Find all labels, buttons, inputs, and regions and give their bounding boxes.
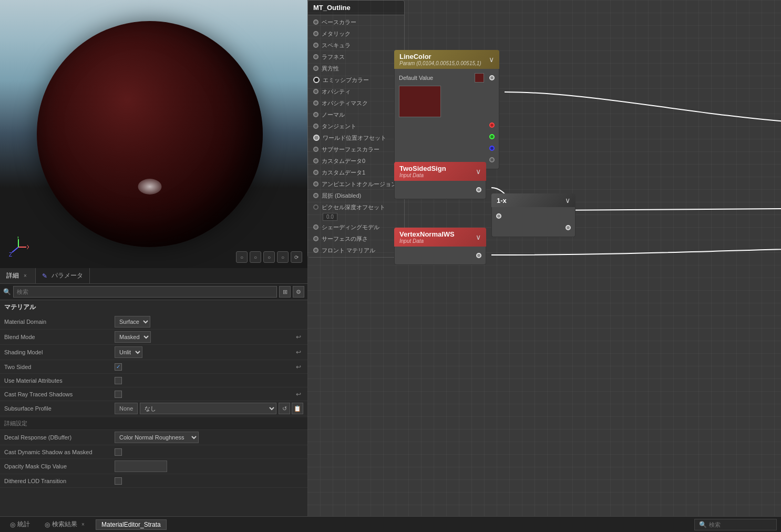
node-linecolor-port-a[interactable] — [489, 157, 495, 162]
prop-row-opacity-mask: Opacity Mask Clip Value 0.3333 — [0, 459, 307, 474]
viewport-btn-5[interactable]: ⟳ — [291, 251, 302, 263]
tab-details-close[interactable]: × — [22, 272, 29, 280]
node-twosidedsign-port-out[interactable] — [476, 187, 481, 192]
tab-details-label: 詳細 — [6, 271, 19, 280]
properties-panel: 詳細 × ✎ パラメータ 🔍 ⊞ ⚙ マテリアル — [0, 268, 307, 516]
search-settings-btn[interactable]: ⚙ — [293, 286, 304, 298]
decal-response-select[interactable]: Color Normal Roughness — [115, 432, 199, 443]
bottom-tab-material-editor[interactable]: MaterialEditor_Strata — [96, 519, 167, 530]
node-vertexnormal-header[interactable]: VertexNormalWS Input Data ∨ — [394, 228, 486, 247]
search-input[interactable] — [13, 286, 277, 298]
material-domain-select[interactable]: Surface — [115, 316, 150, 328]
node-oneminusx-body — [491, 207, 576, 237]
sphere-highlight — [138, 179, 162, 195]
bottom-tab-stats[interactable]: ◎ 統計 — [4, 518, 36, 530]
node-linecolor: LineColor Param (0,0104,0.00515,0.00515,… — [394, 50, 499, 169]
viewport: X Y Z ○ ○ ○ ○ ⟳ — [0, 0, 307, 268]
use-material-attrs-checkbox[interactable] — [115, 377, 122, 384]
stats-label: 統計 — [17, 520, 30, 529]
params-icon: ✎ — [42, 272, 47, 280]
svg-text:Y: Y — [16, 237, 20, 240]
node-linecolor-title: LineColor — [399, 53, 481, 60]
viewport-btn-4[interactable]: ○ — [277, 251, 289, 263]
node-twosidedsign-header[interactable]: TwoSidedSign Input Data ∨ — [394, 162, 486, 181]
dithered-lod-label: Dithered LOD Transition — [4, 478, 115, 484]
node-vertexnormal: VertexNormalWS Input Data ∨ — [394, 228, 486, 265]
blend-mode-reset[interactable]: ↩ — [294, 332, 303, 342]
blend-mode-select[interactable]: Masked — [115, 331, 151, 343]
node-vertexnormal-collapse[interactable]: ∨ — [476, 233, 481, 241]
prop-row-shading-model: Shading Model Unlit ↩ — [0, 345, 307, 360]
two-sided-reset[interactable]: ↩ — [294, 362, 303, 372]
use-material-attrs-value — [115, 377, 303, 384]
cast-ray-traced-reset[interactable]: ↩ — [294, 390, 303, 399]
node-linecolor-collapse[interactable]: ∨ — [489, 55, 494, 64]
node-vertexnormal-port-out[interactable] — [476, 253, 481, 258]
tab-params-label: パラメータ — [52, 271, 83, 280]
shading-model-select[interactable]: Unlit — [115, 346, 142, 358]
stats-icon: ◎ — [10, 521, 15, 528]
cast-dynamic-value — [115, 448, 303, 456]
two-sided-value — [115, 363, 294, 371]
use-material-attrs-label: Use Material Attributes — [4, 377, 115, 384]
node-twosidedsign: TwoSidedSign Input Data ∨ — [394, 162, 486, 199]
shading-model-value: Unlit — [115, 346, 294, 358]
node-oneminusx-port-in[interactable] — [496, 213, 501, 219]
dithered-lod-checkbox[interactable] — [115, 477, 122, 485]
search-results-close[interactable]: × — [79, 521, 87, 528]
subsurface-browse-btn[interactable]: 📋 — [292, 403, 303, 414]
sphere-preview — [37, 21, 263, 247]
node-oneminusx-port-out[interactable] — [566, 225, 571, 230]
decal-response-value: Color Normal Roughness — [115, 432, 303, 443]
node-editor: LineColor Param (0,0104,0.00515,0.00515,… — [307, 0, 781, 516]
viewport-btn-2[interactable]: ○ — [250, 251, 261, 263]
two-sided-checkbox[interactable] — [115, 363, 122, 371]
node-linecolor-title-area: LineColor Param (0,0104,0.00515,0.00515,… — [399, 53, 481, 66]
prop-row-blend-mode: Blend Mode Masked ↩ — [0, 330, 307, 345]
search-results-label: 検索結果 — [52, 520, 77, 529]
node-linecolor-color-swatch[interactable] — [475, 73, 484, 83]
node-linecolor-default-row: Default Value — [395, 72, 499, 84]
cast-ray-traced-checkbox[interactable] — [115, 391, 122, 398]
cast-dynamic-checkbox[interactable] — [115, 448, 122, 456]
viewport-btn-1[interactable]: ○ — [236, 251, 248, 263]
svg-text:X: X — [27, 244, 29, 250]
node-oneminusx-collapse[interactable]: ∨ — [565, 196, 570, 204]
shading-model-reset[interactable]: ↩ — [294, 347, 303, 357]
shading-model-label: Shading Model — [4, 349, 115, 355]
node-linecolor-port-out-main[interactable] — [489, 75, 495, 80]
node-linecolor-default-label: Default Value — [399, 75, 471, 81]
node-oneminusx-header[interactable]: 1-x ∨ — [491, 193, 576, 207]
node-oneminusx-port-in-row — [492, 210, 575, 222]
subsurface-dropdown[interactable]: なし — [140, 403, 276, 414]
node-twosidedsign-body — [394, 181, 486, 199]
prop-row-decal-response: Decal Response (DBuffer) Color Normal Ro… — [0, 430, 307, 445]
subsurface-refresh-btn[interactable]: ↺ — [279, 403, 290, 414]
node-vertexnormal-subtitle: Input Data — [399, 238, 455, 244]
cast-dynamic-label: Cast Dynamic Shadow as Masked — [4, 449, 115, 455]
detail-settings-header: 詳細設定 — [0, 417, 307, 430]
prop-row-cast-dynamic: Cast Dynamic Shadow as Masked — [0, 445, 307, 459]
subsurface-label: Subsurface Profile — [4, 405, 115, 412]
search-grid-btn[interactable]: ⊞ — [279, 286, 291, 298]
node-twosidedsign-collapse[interactable]: ∨ — [476, 167, 481, 176]
subsurface-none-btn[interactable]: None — [115, 403, 138, 414]
opacity-mask-input[interactable]: 0.3333 — [115, 461, 167, 472]
subsurface-value: None なし ↺ 📋 — [115, 403, 303, 414]
node-linecolor-port-r[interactable] — [489, 122, 495, 128]
viewport-btn-3[interactable]: ○ — [263, 251, 275, 263]
node-linecolor-port-b[interactable] — [489, 146, 495, 151]
node-linecolor-port-g[interactable] — [489, 134, 495, 139]
cast-ray-traced-value — [115, 391, 294, 398]
tab-params[interactable]: ✎ パラメータ — [36, 268, 90, 283]
bottom-search-input[interactable] — [709, 521, 772, 528]
left-panel: X Y Z ○ ○ ○ ○ ⟳ 詳細 × — [0, 0, 307, 516]
node-linecolor-subtitle: Param (0,0104,0.00515,0.00515,1) — [399, 60, 481, 66]
node-linecolor-port-g-row — [395, 131, 499, 142]
svg-line-4 — [12, 247, 18, 252]
main-area: X Y Z ○ ○ ○ ○ ⟳ 詳細 × — [0, 0, 781, 516]
bottom-tab-search-results[interactable]: ◎ 検索結果 × — [39, 518, 93, 530]
tab-details[interactable]: 詳細 × — [0, 268, 36, 283]
node-linecolor-header[interactable]: LineColor Param (0,0104,0.00515,0.00515,… — [394, 50, 499, 69]
dithered-lod-value — [115, 477, 303, 485]
